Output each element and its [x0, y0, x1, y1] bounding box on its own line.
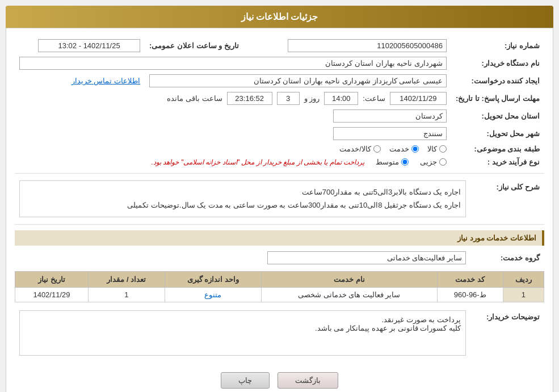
page-header: جزئیات اطلاعات نیاز [6, 6, 553, 28]
nam-dastgah-value: شهرداری ناحیه بهاران استان کردستان [15, 54, 451, 72]
nave-farayand-value: جزیی متوسط پرداخت تمام یا بخشی از مبلغ خ… [15, 155, 451, 168]
procurement-type-group: جزیی متوسط پرداخت تمام یا بخشی از مبلغ خ… [19, 158, 447, 166]
grouh-table: گروه خدمت: سایر فعالیت‌های خدماتی [15, 249, 544, 267]
cell-tarikh: 1402/11/29 [15, 287, 89, 302]
nam-dastgah-input: شهرداری ناحیه بهاران استان کردستان [19, 57, 447, 70]
cell-kod: ط-96-960 [437, 287, 503, 302]
tabaqe-kala-khedmat-item[interactable]: کالا/خدمت [339, 145, 381, 153]
page-title: جزئیات اطلاعات نیاز [241, 12, 318, 22]
table-header: ردیف کد خدمت نام خدمت واحد اندازه گیری ت… [15, 271, 544, 287]
tabaqe-value: کالا خدمت کالا/خدمت [15, 142, 451, 155]
col-nam: نام خدمت [261, 271, 437, 287]
tosih-table: توضیحات خریدار: پرداخت به صورت غیرنقد. ک… [15, 308, 544, 358]
ijad-konande-value: عیسی عباسی کاریزداز شهرداری ناحیه بهاران… [145, 72, 451, 90]
tosih-box: پرداخت به صورت غیرنقد. کلیه کسورات قانون… [19, 310, 466, 356]
shomare-niaz-input: 1102005605000486 [288, 39, 447, 52]
sharh-label: شرح کلی نیاز: [470, 178, 544, 220]
tarikhe-elam-input: 1402/11/25 - 13:02 [38, 39, 140, 52]
nave-farayand-label: نوع فرآیند خرید : [451, 155, 544, 168]
tabaqe-kala-khedmat-radio[interactable] [373, 145, 381, 153]
shomare-niaz-label: شماره نیاز: [451, 37, 544, 54]
col-radif: ردیف [503, 271, 544, 287]
cell-tedad: 1 [88, 287, 165, 302]
tarikhe-elam-value: 1402/11/25 - 13:02 [15, 37, 145, 54]
nam-dastgah-row: نام دستگاه خریدار: شهرداری ناحیه بهاران … [15, 54, 544, 72]
mohlat-remaining: 23:16:52 [227, 92, 272, 105]
tabaqe-label: طبقه بندی موضوعی: [451, 142, 544, 155]
tosih-content: پرداخت به صورت غیرنقد. کلیه کسورات قانون… [15, 308, 470, 358]
shahr-input: سنندج [333, 127, 447, 140]
shomare-niaz-value: 1102005605000486 [255, 37, 451, 54]
page-container: جزئیات اطلاعات نیاز شماره نیاز: 11020056… [0, 0, 559, 392]
mohlat-row: مهلت ارسال پاسخ: تا تاریخ: 1402/11/29 سا… [15, 90, 544, 107]
tabaqe-khedmat-radio[interactable] [411, 145, 419, 153]
sharh-line1: اجاره یک دستگاه بالابر3الی5تنی به مقدار7… [24, 186, 461, 199]
tammas-link-cell[interactable]: اطلاعات تماس خریدار [15, 72, 145, 90]
grouh-input: سایر فعالیت‌های خدماتی [267, 251, 466, 264]
footer-buttons: بازگشت چاپ [15, 366, 544, 392]
mohlat-label: مهلت ارسال پاسخ: تا تاریخ: [451, 90, 544, 107]
print-button[interactable]: چاپ [221, 372, 270, 389]
sharh-content: اجاره یک دستگاه بالابر3الی5تنی به مقدار7… [15, 178, 470, 220]
tosih-label: توضیحات خریدار: [470, 308, 544, 358]
tabaqe-khedmat-item[interactable]: خدمت [389, 145, 419, 153]
info-table: شماره نیاز: 1102005605000486 تاریخ و ساع… [15, 37, 544, 168]
col-kod: کد خدمت [437, 271, 503, 287]
motavasset-label: متوسط [376, 158, 399, 166]
grouh-label: گروه خدمت: [470, 249, 544, 267]
motavasset-item[interactable]: متوسط [376, 158, 409, 166]
sharh-table: شرح کلی نیاز: اجاره یک دستگاه بالابر3الی… [15, 178, 544, 220]
ijad-konande-label: ایجاد کننده درخواست: [451, 72, 544, 90]
mohlat-time-label: ساعت: [363, 94, 385, 103]
cell-vahed: متنوع [165, 287, 261, 302]
shomare-niaz-row: شماره نیاز: 1102005605000486 تاریخ و ساع… [15, 37, 544, 54]
mohlat-saat-label: ساعت باقی مانده [167, 94, 222, 103]
col-vahed: واحد اندازه گیری [165, 271, 261, 287]
mohlat-roz-label: روز و [304, 94, 320, 103]
tabaqe-kala-item[interactable]: کالا [427, 145, 447, 153]
shahr-value: سنندج [15, 125, 451, 142]
ijad-konande-row: ایجاد کننده درخواست: عیسی عباسی کاریزداز… [15, 72, 544, 90]
tammas-link[interactable]: اطلاعات تماس خریدار [72, 77, 140, 85]
tabaqe-row: طبقه بندی موضوعی: کالا خدمت [15, 142, 544, 155]
tabaqe-radio-group: کالا خدمت کالا/خدمت [19, 145, 447, 153]
back-button[interactable]: بازگشت [278, 372, 338, 389]
nave-farayand-row: نوع فرآیند خرید : جزیی متوسط پرداخت تمام… [15, 155, 544, 168]
divider-2 [15, 224, 544, 225]
col-tarikh: تاریخ نیاز [15, 271, 89, 287]
jazee-item[interactable]: جزیی [420, 158, 447, 166]
cell-nam: سایر فعالیت های خدماتی شخصی [261, 287, 437, 302]
mohlat-flex: 1402/11/29 ساعت: 14:00 روز و 3 23:16:52 … [19, 92, 447, 105]
sharh-row: شرح کلی نیاز: اجاره یک دستگاه بالابر3الی… [15, 178, 544, 220]
tosih-line2: کلیه کسورات قانونی بر عهده پیمانکار می ب… [24, 324, 461, 332]
sharh-box: اجاره یک دستگاه بالابر3الی5تنی به مقدار7… [19, 180, 466, 217]
tabaqe-kala-label: کالا [427, 145, 437, 153]
ostan-row: استان محل تحویل: کردستان [15, 107, 544, 125]
nam-dastgah-label: نام دستگاه خریدار: [451, 54, 544, 72]
mohlat-date: 1402/11/29 [390, 92, 447, 105]
sharh-container: اجاره یک دستگاه بالابر3الی5تنی به مقدار7… [19, 180, 466, 217]
tabaqe-kala-radio[interactable] [439, 145, 447, 153]
grouh-value: سایر فعالیت‌های خدماتی [15, 249, 470, 267]
tabaqe-khedmat-label: خدمت [389, 145, 409, 153]
mohlat-roz: 3 [277, 92, 300, 105]
khadamat-section-header: اطلاعات خدمات مورد نیاز [15, 230, 544, 246]
motavasset-radio[interactable] [401, 158, 409, 166]
ostan-input: کردستان [333, 109, 447, 123]
tabaqe-kala-khedmat-label: کالا/خدمت [339, 145, 371, 153]
cell-radif: 1 [503, 287, 544, 302]
main-content: شماره نیاز: 1102005605000486 تاریخ و ساع… [6, 28, 553, 392]
col-tedad: تعداد / مقدار [88, 271, 165, 287]
grouh-row: گروه خدمت: سایر فعالیت‌های خدماتی [15, 249, 544, 267]
mohlat-time: 14:00 [324, 92, 358, 105]
jazee-radio[interactable] [439, 158, 447, 166]
ostan-value: کردستان [15, 107, 451, 125]
shahr-row: شهر محل تحویل: سنندج [15, 125, 544, 142]
jazee-label: جزیی [420, 158, 437, 166]
shahr-label: شهر محل تحویل: [451, 125, 544, 142]
table-row: 1 ط-96-960 سایر فعالیت های خدماتی شخصی م… [15, 287, 544, 302]
table-body: 1 ط-96-960 سایر فعالیت های خدماتی شخصی م… [15, 287, 544, 302]
sharh-line2: اجاره یک دستگاه جرثقیل 8الی10تنی به مقدا… [24, 199, 461, 212]
divider-1 [15, 173, 544, 174]
tosih-line1: پرداخت به صورت غیرنقد. [24, 315, 461, 324]
